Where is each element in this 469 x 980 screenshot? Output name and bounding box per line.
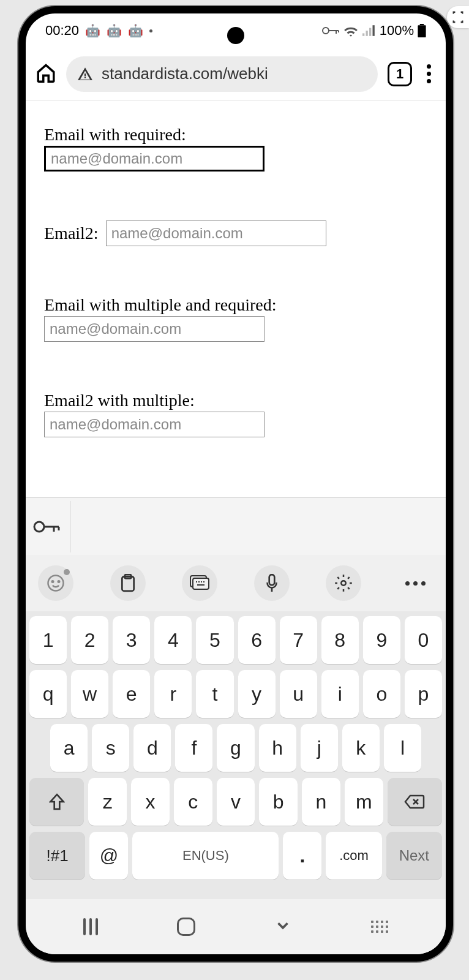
key-x[interactable]: x	[131, 778, 170, 826]
clipboard-button[interactable]	[110, 565, 146, 601]
key-3[interactable]: 3	[113, 616, 150, 664]
menu-button[interactable]	[422, 64, 436, 83]
email2-label: Email2:	[44, 224, 99, 243]
keyboard-row-1: qwertyuiop	[29, 670, 442, 718]
key-9[interactable]: 9	[363, 616, 400, 664]
key-f[interactable]: f	[175, 724, 212, 772]
browser-toolbar: standardista.com/webki 1	[26, 48, 446, 100]
key-p[interactable]: p	[405, 670, 442, 718]
keyboard-switch-button[interactable]	[371, 921, 388, 933]
key-r[interactable]: r	[154, 670, 192, 718]
space-key[interactable]: EN(US)	[132, 832, 279, 880]
keyboard-toolbar	[26, 555, 446, 611]
svg-rect-5	[420, 24, 424, 25]
key-8[interactable]: 8	[321, 616, 359, 664]
key-t[interactable]: t	[196, 670, 233, 718]
svg-rect-2	[366, 31, 367, 36]
shift-key[interactable]	[29, 778, 84, 826]
key-7[interactable]: 7	[280, 616, 317, 664]
key-6[interactable]: 6	[238, 616, 276, 664]
keyboard-row-2: asdfghjkl	[29, 724, 442, 772]
key-g[interactable]: g	[217, 724, 254, 772]
tab-count-value: 1	[396, 66, 403, 82]
back-button[interactable]	[274, 916, 292, 937]
symbols-key[interactable]: !#1	[29, 832, 85, 880]
backspace-key[interactable]	[388, 778, 442, 826]
autofill-bar	[26, 497, 446, 555]
dotcom-key[interactable]: .com	[326, 832, 381, 880]
key-e[interactable]: e	[113, 670, 150, 718]
tab-switcher-button[interactable]: 1	[388, 62, 412, 86]
page-content[interactable]: Email with required: Email2: Email with …	[26, 100, 446, 437]
key-c[interactable]: c	[174, 778, 212, 826]
key-b[interactable]: b	[259, 778, 298, 826]
email2-multiple-label: Email2 with multiple:	[44, 391, 427, 410]
divider	[70, 501, 70, 552]
keyboard-mode-button[interactable]	[182, 565, 217, 601]
key-w[interactable]: w	[71, 670, 108, 718]
android-icon: 🤖	[128, 23, 143, 38]
wifi-icon	[343, 24, 359, 37]
status-time: 00:20	[45, 23, 79, 39]
key-u[interactable]: u	[280, 670, 317, 718]
key-l[interactable]: l	[384, 724, 421, 772]
svg-rect-3	[369, 28, 371, 36]
svg-point-9	[52, 581, 54, 582]
signal-icon	[362, 25, 376, 36]
key-4[interactable]: 4	[154, 616, 192, 664]
keyboard-row-numbers: 1234567890	[29, 616, 442, 664]
key-i[interactable]: i	[321, 670, 359, 718]
voice-input-button[interactable]	[254, 565, 290, 601]
key-m[interactable]: m	[345, 778, 383, 826]
screen: 00:20 🤖 🤖 🤖 100% standardista.com/we	[26, 13, 446, 954]
key-o[interactable]: o	[363, 670, 400, 718]
toolbar-more-button[interactable]	[398, 565, 433, 601]
email-multiple-required-input[interactable]	[44, 316, 265, 342]
next-key[interactable]: Next	[386, 832, 442, 880]
key-1[interactable]: 1	[29, 616, 67, 664]
email2-multiple-input[interactable]	[44, 412, 265, 437]
battery-percentage: 100%	[380, 23, 414, 39]
key-h[interactable]: h	[259, 724, 296, 772]
at-key[interactable]: @	[89, 832, 128, 880]
android-icon: 🤖	[107, 23, 122, 38]
svg-point-10	[58, 581, 60, 582]
url-bar[interactable]: standardista.com/webki	[66, 56, 378, 92]
svg-rect-15	[269, 575, 274, 585]
key-0[interactable]: 0	[405, 616, 442, 664]
keyboard-row-bottom: !#1 @ EN(US) . .com Next	[29, 832, 442, 880]
key-z[interactable]: z	[88, 778, 127, 826]
email2-input[interactable]	[106, 221, 326, 246]
soft-keyboard: 1234567890 qwertyuiop asdfghjkl zxcvbnm …	[26, 611, 446, 899]
key-a[interactable]: a	[50, 724, 88, 772]
android-icon: 🤖	[85, 23, 100, 38]
email-multiple-required-label: Email with multiple and required:	[44, 295, 427, 315]
url-text: standardista.com/webki	[102, 64, 268, 83]
key-d[interactable]: d	[133, 724, 171, 772]
svg-rect-14	[193, 578, 209, 589]
notification-dot	[64, 569, 70, 575]
key-v[interactable]: v	[217, 778, 255, 826]
key-s[interactable]: s	[92, 724, 129, 772]
key-5[interactable]: 5	[196, 616, 233, 664]
key-2[interactable]: 2	[71, 616, 108, 664]
settings-button[interactable]	[326, 565, 361, 601]
svg-rect-4	[372, 25, 374, 36]
system-nav-bar	[26, 899, 446, 954]
key-y[interactable]: y	[238, 670, 276, 718]
period-key[interactable]: .	[283, 832, 321, 880]
screenshot-corner-icon	[447, 6, 469, 28]
key-n[interactable]: n	[302, 778, 340, 826]
key-q[interactable]: q	[29, 670, 67, 718]
battery-icon	[418, 24, 426, 37]
key-k[interactable]: k	[342, 724, 380, 772]
home-nav-button[interactable]	[177, 918, 195, 936]
email-required-input[interactable]	[44, 146, 265, 172]
recents-button[interactable]	[83, 918, 98, 935]
svg-point-16	[342, 581, 347, 586]
home-button[interactable]	[36, 62, 56, 86]
password-key-icon[interactable]	[33, 518, 60, 536]
insecure-warning-icon	[77, 66, 93, 82]
key-j[interactable]: j	[301, 724, 338, 772]
status-overflow-dot	[149, 29, 152, 32]
